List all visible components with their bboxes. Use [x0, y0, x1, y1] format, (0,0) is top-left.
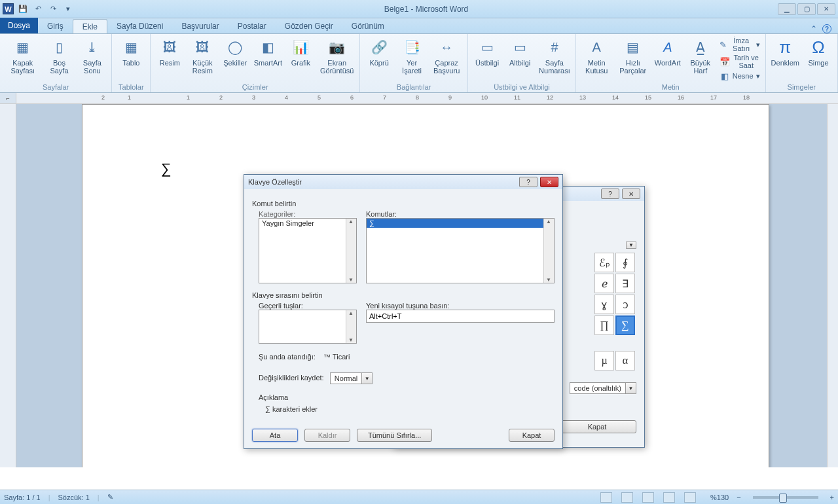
aciklama-text: ∑ karakteri ekler — [265, 405, 555, 413]
tab-postalar[interactable]: Postalar — [228, 19, 276, 33]
window-title: Belge1 - Microsoft Word — [75, 5, 778, 14]
redo-icon[interactable]: ↷ — [46, 3, 60, 16]
capraz-basvuru-button[interactable]: ↔Çapraz Başvuru — [431, 37, 462, 75]
gecerli-tuslar-label: Geçerli tuşlar: — [259, 302, 357, 310]
save-icon[interactable]: 💾 — [16, 3, 29, 16]
tab-gozden-gecir[interactable]: Gözden Geçir — [276, 19, 342, 33]
tab-gorunum[interactable]: Görünüm — [342, 19, 393, 33]
altbilgi-button[interactable]: ▭Altbilgi — [506, 37, 534, 67]
tab-giris[interactable]: Giriş — [38, 19, 73, 33]
horizontal-ruler: ⌐ 21 12 34 56 78 910 1112 1314 1516 1718 — [0, 93, 838, 104]
bos-sayfa-button[interactable]: ▯Boş Sayfa — [45, 37, 73, 75]
vertical-scrollbar[interactable] — [827, 104, 838, 467]
zoom-in-button[interactable]: + — [830, 494, 834, 501]
tab-basvurular[interactable]: Başvurular — [172, 19, 228, 33]
file-tab[interactable]: Dosya — [0, 18, 38, 33]
grafik-button[interactable]: 📊Grafik — [287, 37, 314, 67]
komutlar-scrollbar[interactable] — [543, 219, 554, 283]
zoom-out-button[interactable]: − — [737, 494, 740, 501]
group-sayfalar: Sayfalar — [43, 82, 69, 91]
gecerli-tuslar-listbox[interactable] — [259, 310, 357, 344]
help-icon[interactable]: ? — [822, 24, 831, 33]
group-metin: Metin — [662, 82, 680, 91]
ekran-goruntusu-button[interactable]: 📷Ekran Görüntüsü — [319, 37, 354, 75]
view-web-icon[interactable] — [642, 492, 654, 503]
close-window-button[interactable]: ✕ — [817, 3, 835, 15]
maximize-button[interactable]: ▢ — [797, 3, 816, 15]
imza-satiri-button[interactable]: ✎İmza Satırı ▾ — [720, 37, 760, 52]
ustbilgi-button[interactable]: ▭Üstbilgi — [473, 37, 501, 67]
komut-belirtin-label: Komut belirtin — [252, 200, 555, 207]
symbol-help-button[interactable]: ? — [601, 189, 619, 199]
view-fullscreen-icon[interactable] — [621, 492, 633, 503]
wordart-button[interactable]: AWordArt — [654, 37, 682, 67]
symbol-close-x-button[interactable]: ✕ — [622, 189, 640, 199]
kategoriler-listbox[interactable]: Yaygın Simgeler — [259, 218, 357, 283]
suanda-value: ™ Ticari — [323, 353, 350, 361]
ata-button[interactable]: Ata — [252, 429, 298, 442]
resim-button[interactable]: 🖼Resim — [156, 37, 183, 67]
metin-kutusu-button[interactable]: AMetin Kutusu — [581, 37, 612, 75]
document-text: ∑ — [161, 160, 172, 177]
minimize-ribbon-icon[interactable]: ⌃ — [811, 24, 817, 33]
vertical-ruler — [0, 104, 16, 467]
sayfa-sonu-button[interactable]: ⤓Sayfa Sonu — [78, 37, 106, 75]
dialog-help-button[interactable]: ? — [519, 177, 537, 187]
tab-sayfa-duzeni[interactable]: Sayfa Düzeni — [107, 19, 172, 33]
kategoriler-scrollbar[interactable] — [346, 219, 356, 283]
smartart-button[interactable]: ◧SmartArt — [254, 37, 282, 67]
font-combo-arrow[interactable]: ▼ — [626, 242, 636, 249]
tab-ekle[interactable]: Ekle — [73, 19, 107, 33]
group-tablolar: Tablolar — [118, 82, 144, 91]
kategoriler-label: Kategoriler: — [259, 210, 357, 218]
keyboard-customize-dialog[interactable]: Klavye Özelleştir ? ✕ Komut belirtin Kat… — [244, 174, 563, 449]
gecerli-scrollbar[interactable] — [346, 310, 356, 343]
from-combo[interactable]: code (onaltılık) — [570, 382, 626, 394]
kaldir-button: Kaldır — [304, 429, 350, 442]
tablo-button[interactable]: ▦Tablo — [117, 37, 145, 67]
kapat-button[interactable]: Kapat — [509, 429, 555, 442]
sekiller-button[interactable]: ◯Şekiller — [221, 37, 249, 67]
symbol-grid[interactable]: ℰₚ∮ ℯ∃ ɣɔ ∏∑ — [593, 251, 636, 336]
kategori-item[interactable]: Yaygın Simgeler — [259, 219, 356, 228]
language-icon[interactable]: ✎ — [107, 493, 113, 501]
nesne-button[interactable]: ◧Nesne ▾ — [720, 71, 760, 81]
kapak-sayfasi-button[interactable]: ▦Kapak Sayfası — [5, 37, 40, 75]
status-words[interactable]: Sözcük: 1 — [58, 494, 90, 501]
group-cizimler: Çizimler — [242, 82, 268, 91]
status-page[interactable]: Sayfa: 1 / 1 — [4, 494, 41, 501]
group-ustalt: Üstbilgi ve Altbilgi — [494, 82, 550, 91]
app-icon: W — [3, 3, 14, 14]
kaydet-combo-arrow[interactable]: ▼ — [362, 372, 373, 384]
buyuk-harf-button[interactable]: A̲Büyük Harf — [687, 37, 714, 75]
hizli-parcalar-button[interactable]: ▤Hızlı Parçalar — [617, 37, 649, 75]
zoom-slider[interactable] — [753, 496, 818, 499]
yeni-kisayol-label: Yeni kısayol tuşuna basın: — [366, 302, 555, 310]
dialog-close-x-button[interactable]: ✕ — [540, 177, 558, 187]
yer-isareti-button[interactable]: 📑Yer İşareti — [398, 37, 426, 75]
komut-item[interactable]: ∑ — [367, 219, 554, 228]
denklem-button[interactable]: πDenklem — [771, 37, 799, 67]
sayfa-numarasi-button[interactable]: #Sayfa Numarası — [539, 37, 570, 75]
qat-dropdown-icon[interactable]: ▾ — [62, 3, 75, 16]
tumunu-sifirla-button[interactable]: Tümünü Sıfırla... — [357, 429, 432, 442]
minimize-button[interactable]: ▁ — [778, 3, 796, 15]
simge-button[interactable]: ΩSimge — [805, 37, 832, 67]
view-print-layout-icon[interactable] — [600, 492, 612, 503]
undo-icon[interactable]: ↶ — [31, 3, 45, 16]
view-draft-icon[interactable] — [684, 492, 696, 503]
komutlar-listbox[interactable]: ∑ — [366, 218, 555, 283]
tarih-saat-button[interactable]: 📅Tarih ve Saat — [720, 54, 760, 69]
klavye-sirasi-label: Klavye sırasını belirtin — [252, 291, 555, 299]
kopru-button[interactable]: 🔗Köprü — [365, 37, 393, 67]
zoom-level[interactable]: %130 — [710, 494, 729, 501]
komutlar-label: Komutlar: — [366, 210, 555, 218]
yeni-kisayol-input[interactable] — [366, 310, 555, 323]
group-baglantilar: Bağlantılar — [397, 82, 431, 91]
suanda-label: Şu anda atandığı: — [259, 353, 316, 361]
symbol-close-button[interactable]: Kapat — [558, 420, 636, 433]
from-combo-arrow[interactable]: ▼ — [626, 382, 636, 394]
kaydet-combo[interactable]: Normal — [330, 372, 362, 384]
view-outline-icon[interactable] — [663, 492, 675, 503]
kucuk-resim-button[interactable]: 🖼Küçük Resim — [189, 37, 216, 75]
